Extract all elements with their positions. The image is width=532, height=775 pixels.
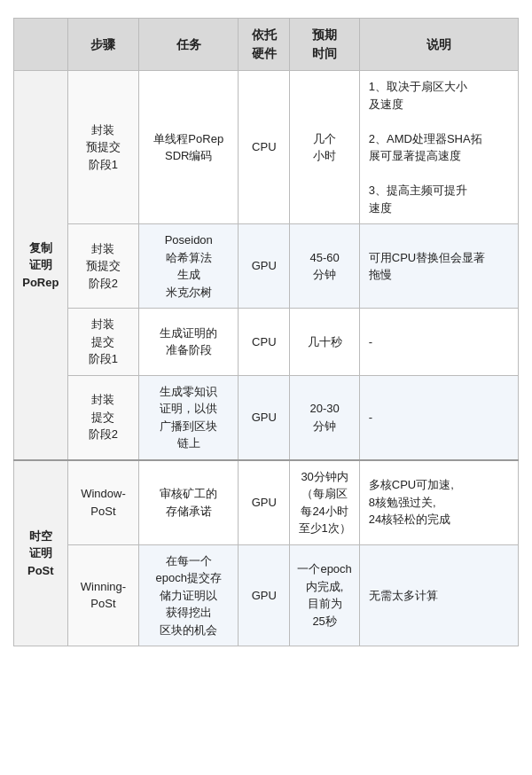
note-cell: 1、取决于扇区大小 及速度 2、AMD处理器SHA拓 展可显著提高速度 3、提高… xyxy=(359,71,518,224)
group-cell: 时空 证明 PoSt xyxy=(14,460,68,646)
task-cell: 生成证明的 准备阶段 xyxy=(139,309,239,376)
note-cell: 多核CPU可加速, 8核勉强过关, 24核轻松的完成 xyxy=(359,460,518,545)
step-cell: Winning- PoSt xyxy=(67,544,139,646)
step-cell: 封装 提交 阶段2 xyxy=(67,375,139,460)
header-note: 说明 xyxy=(359,19,518,71)
header-step: 步骤 xyxy=(67,19,139,71)
time-cell: 一个epoch 内完成, 目前为 25秒 xyxy=(290,544,359,646)
note-cell: - xyxy=(359,309,518,376)
hw-cell: CPU xyxy=(239,71,290,224)
header-task: 任务 xyxy=(139,19,239,71)
step-cell: 封装 提交 阶段1 xyxy=(67,309,139,376)
step-cell: 封装 预提交 阶段1 xyxy=(67,71,139,224)
note-cell: 可用CPU替换但会显著 拖慢 xyxy=(359,224,518,309)
time-cell: 几个 小时 xyxy=(290,71,359,224)
table-row: Winning- PoSt在每一个 epoch提交存 储力证明以 获得挖出 区块… xyxy=(14,544,519,646)
hw-cell: GPU xyxy=(239,544,290,646)
time-cell: 几十秒 xyxy=(290,309,359,376)
time-cell: 20-30 分钟 xyxy=(290,375,359,460)
hw-cell: GPU xyxy=(239,375,290,460)
header-hw: 依托 硬件 xyxy=(239,19,290,71)
time-cell: 30分钟内 （每扇区 每24小时 至少1次） xyxy=(290,460,359,545)
task-cell: 审核矿工的 存储承诺 xyxy=(139,460,239,545)
task-cell: 单线程PoRep SDR编码 xyxy=(139,71,239,224)
task-cell: Poseidon 哈希算法 生成 米克尔树 xyxy=(139,224,239,309)
group-cell: 复制 证明 PoRep xyxy=(14,71,68,460)
table-row: 封装 提交 阶段2生成零知识 证明，以供 广播到区块 链上GPU20-30 分钟… xyxy=(14,375,519,460)
table-row: 封装 预提交 阶段2Poseidon 哈希算法 生成 米克尔树GPU45-60 … xyxy=(14,224,519,309)
hw-cell: GPU xyxy=(239,460,290,545)
table-row: 封装 提交 阶段1生成证明的 准备阶段CPU几十秒- xyxy=(14,309,519,376)
note-cell: - xyxy=(359,375,518,460)
header-empty xyxy=(14,19,68,71)
note-cell: 无需太多计算 xyxy=(359,544,518,646)
main-table: 步骤 任务 依托 硬件 预期 时间 说明 复制 证明 PoRep封装 预提交 阶… xyxy=(13,18,519,646)
table-row: 复制 证明 PoRep封装 预提交 阶段1单线程PoRep SDR编码CPU几个… xyxy=(14,71,519,224)
hw-cell: CPU xyxy=(239,309,290,376)
header-time: 预期 时间 xyxy=(290,19,359,71)
table-row: 时空 证明 PoStWindow- PoSt审核矿工的 存储承诺GPU30分钟内… xyxy=(14,460,519,545)
step-cell: Window- PoSt xyxy=(67,460,139,545)
task-cell: 在每一个 epoch提交存 储力证明以 获得挖出 区块的机会 xyxy=(139,544,239,646)
step-cell: 封装 预提交 阶段2 xyxy=(67,224,139,309)
hw-cell: GPU xyxy=(239,224,290,309)
task-cell: 生成零知识 证明，以供 广播到区块 链上 xyxy=(139,375,239,460)
time-cell: 45-60 分钟 xyxy=(290,224,359,309)
